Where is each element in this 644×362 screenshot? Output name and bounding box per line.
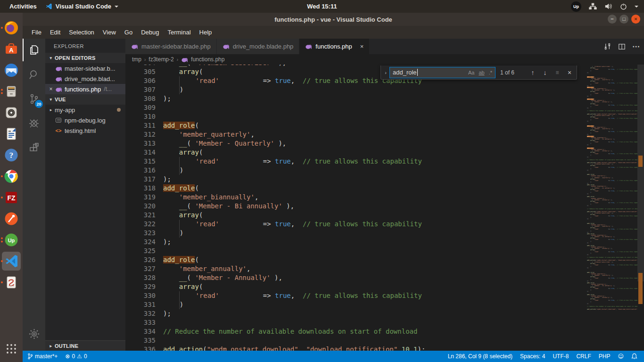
code-line[interactable]: 331 ) (125, 300, 592, 309)
dock-item-libreoffice-writer[interactable] (0, 123, 23, 144)
manage-settings-button[interactable] (23, 322, 45, 345)
dock-item-vscode[interactable] (0, 250, 23, 272)
code-line[interactable]: 325 (125, 247, 592, 255)
code-line[interactable]: 320 __( 'Member - Bi annually' ), (125, 202, 592, 211)
dock-item-upwork[interactable]: Up (0, 229, 23, 250)
dock-item-chrome[interactable] (0, 165, 23, 187)
editor-scrollbar[interactable] (637, 54, 644, 351)
problems-status[interactable]: ⊗ 0 ⚠ 0 (61, 351, 91, 362)
code-line[interactable]: 315 'read' => true, // true allows this … (125, 157, 592, 166)
upwork-tray-icon[interactable]: Up (571, 1, 581, 12)
code-line[interactable]: 311add_role( (125, 121, 592, 130)
code-line[interactable]: 318add_role( (125, 184, 592, 193)
code-line[interactable]: 335 (125, 336, 592, 345)
system-menu-caret-icon[interactable] (635, 6, 638, 8)
cursor-position-status[interactable]: Ln 286, Col 9 (8 selected) (444, 351, 516, 362)
close-find-button[interactable]: × (564, 67, 575, 78)
code-line[interactable]: 324); (125, 238, 592, 247)
menu-item-view[interactable]: View (99, 27, 120, 38)
tree-item-my-app[interactable]: ▸my-app (45, 105, 125, 115)
open-editor-item[interactable]: ×functions.php/t... (45, 84, 125, 94)
open-changes-icon[interactable] (603, 42, 611, 50)
dock-item-filezilla[interactable]: FZ (0, 187, 23, 208)
previous-match-button[interactable]: ↑ (528, 67, 538, 78)
close-tab-icon[interactable]: × (360, 43, 364, 50)
toggle-replace-chevron-icon[interactable]: › (382, 70, 389, 75)
menu-item-debug[interactable]: Debug (137, 27, 163, 38)
indentation-status[interactable]: Spaces: 4 (516, 351, 549, 362)
code-line[interactable]: 316 ) (125, 166, 592, 175)
tab-master-sidebar-blade-php[interactable]: master-sidebar.blade.php (125, 39, 217, 54)
code-line[interactable]: 317); (125, 175, 592, 184)
code-line[interactable]: 330 'read' => true, // true allows this … (125, 291, 592, 300)
dock-item-help[interactable]: ? (0, 144, 23, 165)
split-editor-icon[interactable] (618, 43, 626, 50)
dock-item-document-viewer[interactable] (0, 272, 23, 293)
clock[interactable]: Wed 15:11 (0, 3, 644, 10)
dock-item-postman[interactable] (0, 208, 23, 229)
breadcrumb-item[interactable]: tmp (132, 56, 141, 63)
menu-item-selection[interactable]: Selection (65, 27, 98, 38)
code-line[interactable]: 329 array( (125, 282, 592, 291)
minimap[interactable]: __( 'Premium Subscriber' ), array( 'read… (587, 66, 637, 340)
code-line[interactable]: 333 (125, 318, 592, 327)
volume-icon[interactable] (604, 3, 612, 10)
menu-item-terminal[interactable]: Terminal (163, 27, 195, 38)
code-area[interactable]: 304 __( 'Premium Subscriber' ),305 array… (125, 58, 592, 354)
notifications-bell-icon[interactable] (627, 351, 641, 362)
breadcrumb-item[interactable]: fz3temp-2 (149, 56, 173, 63)
find-input[interactable]: add_role Aa ab .* (389, 67, 495, 78)
code-line[interactable]: 310 (125, 112, 592, 121)
extensions-activity-button[interactable] (23, 137, 45, 159)
git-branch-status[interactable]: master*+ (23, 351, 61, 362)
project-section-header[interactable]: ▾ VUE (45, 94, 125, 105)
eol-status[interactable]: CRLF (572, 351, 594, 362)
close-editor-icon[interactable]: × (47, 86, 55, 92)
tab-functions-php[interactable]: functions.php× (299, 39, 370, 54)
outline-section-header[interactable]: ▸ OUTLINE (45, 340, 125, 351)
tab-drive-mode-blade-php[interactable]: drive_mode.blade.php (217, 39, 300, 54)
code-line[interactable]: 327 'member_annually', (125, 264, 592, 273)
menu-item-edit[interactable]: Edit (46, 27, 65, 38)
menu-item-file[interactable]: File (27, 27, 46, 38)
code-line[interactable]: 332); (125, 309, 592, 318)
code-line[interactable]: 326add_role( (125, 255, 592, 264)
feedback-smiley-icon[interactable]: ☺ (614, 351, 627, 362)
next-match-button[interactable]: ↓ (540, 67, 550, 78)
language-mode-status[interactable]: PHP (595, 351, 614, 362)
network-icon[interactable] (589, 3, 597, 10)
menu-item-help[interactable]: Help (195, 27, 216, 38)
code-line[interactable]: 314 array( (125, 148, 592, 157)
tree-item-npm-debug-log[interactable]: npm-debug.log (45, 115, 125, 125)
power-icon[interactable] (620, 3, 627, 10)
explorer-activity-button[interactable] (23, 39, 45, 61)
maximize-button[interactable]: □ (619, 15, 628, 24)
find-in-selection-button[interactable]: ≡ (552, 67, 562, 78)
dock-item-show-applications[interactable] (0, 338, 23, 359)
open-editors-header[interactable]: ▾ OPEN EDITORS (45, 53, 125, 63)
more-actions-icon[interactable]: ⋯ (632, 42, 640, 51)
match-case-toggle[interactable]: Aa (467, 69, 476, 76)
breadcrumb-item[interactable]: functions.php (191, 56, 224, 63)
breadcrumb[interactable]: tmp›fz3temp-2›functions.php (125, 54, 594, 65)
dock-item-files[interactable] (0, 81, 23, 102)
menu-item-go[interactable]: Go (120, 27, 137, 38)
code-line[interactable]: 308); (125, 94, 592, 103)
open-editor-item[interactable]: master-sidebar.b... (45, 63, 125, 74)
close-button[interactable]: × (631, 15, 640, 24)
code-line[interactable]: 334// Reduce the number of available dow… (125, 327, 592, 336)
code-line[interactable]: 319 'member_biannually', (125, 193, 592, 202)
minimize-button[interactable]: − (608, 15, 617, 24)
code-line[interactable]: 321 array( (125, 211, 592, 220)
window-title-bar[interactable]: functions.php - vue - Visual Studio Code… (23, 13, 644, 26)
tree-item-testing-html[interactable]: <>testing.html (45, 125, 125, 136)
dock-item-thunderbird[interactable] (0, 59, 23, 81)
source-control-activity-button[interactable]: 20 (23, 88, 45, 110)
whole-word-toggle[interactable]: ab (477, 69, 486, 76)
code-line[interactable]: 313 __( 'Member - Quarterly' ), (125, 139, 592, 148)
code-line[interactable]: 322 'read' => true, // true allows this … (125, 220, 592, 229)
code-line[interactable]: 309 (125, 103, 592, 112)
search-activity-button[interactable] (23, 63, 45, 86)
open-editor-item[interactable]: drive_mode.blad... (45, 74, 125, 84)
encoding-status[interactable]: UTF-8 (549, 351, 572, 362)
